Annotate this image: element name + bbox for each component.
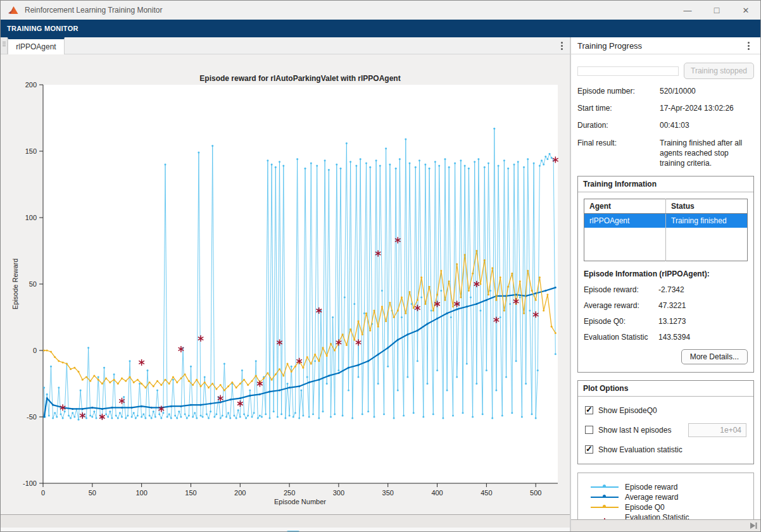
episode-number-value: 520/10000 bbox=[660, 86, 754, 96]
svg-text:300: 300 bbox=[333, 489, 344, 497]
figure-scroll-strip[interactable] bbox=[1, 514, 570, 528]
episode-number-label: Episode number: bbox=[577, 86, 660, 96]
training-progress-bar bbox=[577, 66, 679, 76]
training-information-title: Training Information bbox=[578, 176, 753, 192]
duration-row: Duration: 00:41:03 bbox=[577, 120, 754, 130]
minimize-button[interactable]: — bbox=[673, 1, 702, 20]
svg-text:Episode Number: Episode Number bbox=[274, 498, 326, 505]
episode-reward-label: Episode reward: bbox=[584, 285, 658, 294]
table-empty-area bbox=[584, 228, 748, 261]
panel-grip-icon[interactable] bbox=[1, 37, 8, 54]
training-information-group: Training Information Agent Status bbox=[577, 176, 754, 373]
svg-text:100: 100 bbox=[25, 214, 37, 221]
show-evaluation-row: Show Evaluation statistic bbox=[585, 445, 746, 454]
episode-number-row: Episode number: 520/10000 bbox=[577, 86, 754, 96]
start-time-value: 17-Apr-2024 13:02:26 bbox=[660, 103, 754, 113]
status-cell: Training finished bbox=[666, 214, 748, 228]
training-stopped-button[interactable]: Training stopped bbox=[684, 63, 754, 79]
bottom-gap bbox=[1, 528, 570, 532]
training-figure: -100-50050100150200050100150200250300350… bbox=[1, 54, 570, 514]
line-marker-icon bbox=[591, 504, 619, 511]
agents-col-status: Status bbox=[666, 199, 748, 214]
agent-cell: rlPPOAgent bbox=[584, 214, 666, 228]
episode-reward-row: Episode reward: -2.7342 bbox=[584, 285, 748, 294]
episode-reward-value: -2.7342 bbox=[658, 285, 684, 294]
svg-text:-100: -100 bbox=[23, 479, 37, 487]
show-last-n-checkbox[interactable] bbox=[585, 426, 593, 434]
svg-text:450: 450 bbox=[481, 489, 492, 497]
svg-text:150: 150 bbox=[185, 489, 196, 497]
line-marker-icon bbox=[591, 483, 619, 491]
final-result-row: Final result: Training finished after al… bbox=[577, 138, 754, 169]
start-time-row: Start time: 17-Apr-2024 13:02:26 bbox=[577, 103, 754, 113]
line-marker-icon bbox=[591, 493, 619, 501]
episode-information-title: Episode Information (rlPPOAgent): bbox=[584, 269, 748, 278]
chart-legend: Episode rewardAverage rewardEpisode Q0Ev… bbox=[577, 473, 754, 519]
final-result-label: Final result: bbox=[577, 138, 660, 169]
legend-item: Episode reward bbox=[578, 483, 753, 492]
maximize-button[interactable]: □ bbox=[702, 1, 731, 20]
last-n-episodes-input[interactable] bbox=[688, 423, 746, 437]
show-episodeq0-checkbox[interactable] bbox=[585, 406, 593, 414]
evaluation-statistic-row: Evaluation Statistic 143.5394 bbox=[584, 333, 748, 342]
average-reward-row: Average reward: 47.3221 bbox=[584, 301, 748, 310]
plot-options-group: Plot Options Show EpisodeQ0 Show last N … bbox=[577, 380, 754, 464]
average-reward-value: 47.3221 bbox=[658, 301, 686, 310]
svg-text:250: 250 bbox=[284, 489, 295, 497]
episode-q0-label: Episode Q0: bbox=[584, 317, 658, 326]
svg-text:500: 500 bbox=[530, 489, 541, 497]
agents-table: Agent Status rlPPOAgent Training finishe… bbox=[584, 199, 748, 261]
skip-to-end-icon[interactable] bbox=[749, 521, 758, 532]
duration-value: 00:41:03 bbox=[660, 120, 754, 130]
panel-scroll-strip[interactable] bbox=[571, 519, 760, 532]
svg-text:400: 400 bbox=[431, 489, 443, 497]
panel-title: Training Progress bbox=[577, 41, 642, 51]
svg-text:200: 200 bbox=[25, 81, 37, 89]
show-last-n-row: Show last N episodes bbox=[585, 423, 746, 437]
show-evaluation-checkbox[interactable] bbox=[585, 445, 593, 454]
matlab-logo-icon bbox=[8, 6, 19, 15]
evaluation-statistic-value: 143.5394 bbox=[658, 333, 690, 342]
show-last-n-label: Show last N episodes bbox=[598, 426, 671, 435]
start-time-label: Start time: bbox=[577, 103, 660, 113]
final-result-value: Training finished after all agents reach… bbox=[660, 138, 754, 169]
svg-text:-50: -50 bbox=[27, 413, 37, 421]
legend-item: Episode Q0 bbox=[578, 503, 753, 512]
evaluation-statistic-label: Evaluation Statistic bbox=[584, 333, 658, 342]
panel-header: Training Progress bbox=[571, 37, 760, 54]
average-reward-label: Average reward: bbox=[584, 301, 658, 310]
panel-options-dots-icon[interactable] bbox=[740, 42, 757, 50]
close-button[interactable]: ✕ bbox=[731, 1, 760, 20]
svg-text:350: 350 bbox=[382, 489, 394, 497]
agents-col-agent: Agent bbox=[584, 199, 666, 214]
svg-text:200: 200 bbox=[234, 489, 246, 497]
toolstrip-tab-training-monitor[interactable]: TRAINING MONITOR bbox=[7, 25, 79, 32]
training-chart: -100-50050100150200050100150200250300350… bbox=[1, 54, 570, 514]
svg-text:0: 0 bbox=[33, 347, 37, 354]
episode-q0-value: 13.1273 bbox=[658, 317, 686, 326]
svg-text:Episode Reward: Episode Reward bbox=[11, 259, 19, 310]
tab-options-dots-icon[interactable] bbox=[553, 37, 570, 54]
svg-text:0: 0 bbox=[41, 489, 45, 497]
titlebar: Reinforcement Learning Training Monitor … bbox=[1, 1, 760, 20]
svg-text:Episode reward for rlAutoParki: Episode reward for rlAutoParkingValet wi… bbox=[199, 74, 400, 83]
show-episodeq0-row: Show EpisodeQ0 bbox=[585, 406, 746, 415]
table-row[interactable]: rlPPOAgent Training finished bbox=[584, 214, 748, 228]
legend-item: Average reward bbox=[578, 493, 753, 502]
tab-rlppoagent[interactable]: rlPPOAgent bbox=[8, 37, 65, 54]
svg-text:50: 50 bbox=[29, 280, 37, 288]
legend-item: Evaluation Statistic(MeanEpisodeReward) bbox=[578, 513, 753, 519]
asterisk-marker-icon bbox=[591, 518, 619, 519]
document-tab-bar: rlPPOAgent bbox=[1, 37, 570, 54]
window-title: Reinforcement Learning Training Monitor bbox=[25, 6, 162, 15]
figure-region: rlPPOAgent -100-500501001502000501001502… bbox=[1, 37, 571, 532]
plot-options-title: Plot Options bbox=[578, 381, 753, 397]
app-window: Reinforcement Learning Training Monitor … bbox=[0, 0, 761, 532]
toolstrip: TRAINING MONITOR bbox=[1, 20, 760, 37]
svg-text:50: 50 bbox=[89, 489, 96, 497]
more-details-button[interactable]: More Details... bbox=[681, 349, 748, 364]
episode-q0-row: Episode Q0: 13.1273 bbox=[584, 317, 748, 326]
duration-label: Duration: bbox=[577, 120, 660, 130]
show-episodeq0-label: Show EpisodeQ0 bbox=[598, 406, 657, 415]
training-progress-panel: Training Progress Training stopped Episo… bbox=[571, 37, 760, 532]
